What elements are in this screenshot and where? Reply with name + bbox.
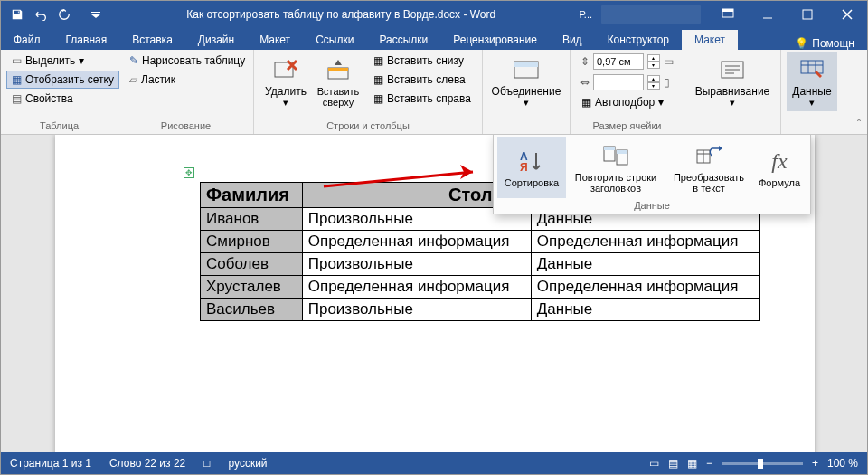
distribute-rows-icon[interactable]: ▭ (664, 55, 674, 68)
insert-left-icon: ▦ (373, 73, 383, 86)
row-height-input[interactable] (593, 53, 644, 70)
zoom-out-icon[interactable]: − (706, 457, 712, 470)
zoom-in-icon[interactable]: + (812, 457, 818, 470)
svg-rect-2 (803, 10, 812, 19)
insert-left-button[interactable]: ▦Вставить слева (368, 71, 476, 89)
tab-layout[interactable]: Макет (247, 30, 303, 50)
popup-group-label: Данные (497, 198, 807, 214)
grid-icon: ▦ (12, 73, 22, 86)
tab-insert[interactable]: Вставка (119, 30, 185, 50)
table-cell[interactable]: Определенная информация (531, 231, 760, 253)
data-button[interactable]: Данные▾ (787, 52, 837, 111)
properties-button[interactable]: ▤Свойства (6, 90, 119, 108)
tab-review[interactable]: Рецензирование (440, 30, 550, 50)
sort-button[interactable]: АЯ Сортировка (497, 137, 566, 198)
collapse-ribbon-icon[interactable]: ˄ (851, 50, 867, 134)
tell-me[interactable]: 💡Помощн (782, 37, 867, 50)
group-align (690, 129, 775, 134)
table-cell[interactable]: Данные (531, 299, 760, 321)
group-rows-cols: Строки и столбцы (259, 119, 476, 134)
zoom-slider[interactable] (722, 462, 803, 465)
group-table: Таблица (6, 119, 112, 134)
tab-references[interactable]: Ссылки (303, 30, 366, 50)
row-height[interactable]: ⇕ ▴▾ ▭ (576, 52, 678, 71)
lightbulb-icon: 💡 (795, 37, 808, 50)
group-draw: Рисование (124, 119, 248, 134)
width-icon: ⇔ (580, 76, 590, 89)
convert-icon (694, 141, 723, 170)
view-web-icon[interactable]: ▦ (687, 457, 697, 470)
ribbon-display-options[interactable]: Р... (571, 9, 601, 20)
merge-icon (512, 55, 541, 84)
ribbon-options-icon[interactable] (708, 1, 748, 28)
svg-rect-15 (617, 150, 627, 154)
redo-icon[interactable] (53, 4, 75, 25)
spin-up[interactable]: ▴ (647, 75, 660, 82)
group-data (787, 129, 837, 134)
save-icon[interactable] (6, 4, 28, 25)
height-icon: ⇕ (580, 55, 590, 68)
autofit-button[interactable]: ▦Автоподбор▾ (576, 93, 678, 111)
svg-rect-13 (604, 147, 615, 150)
insert-below-button[interactable]: ▦Вставить снизу (368, 52, 476, 70)
table-cell[interactable]: Смирнов (201, 231, 303, 253)
spin-up[interactable]: ▴ (647, 54, 660, 62)
tab-table-layout[interactable]: Макет (682, 30, 738, 50)
tab-view[interactable]: Вид (550, 30, 595, 50)
insert-above-button[interactable]: Вставить сверху (312, 52, 364, 111)
user-account[interactable] (601, 5, 701, 24)
qat-customize-icon[interactable] (85, 4, 107, 25)
col-width[interactable]: ⇔ ▴▾ ▯ (576, 72, 678, 92)
table-cell[interactable]: Определенная информация (302, 276, 531, 299)
tab-design[interactable]: Дизайн (185, 30, 247, 50)
spin-down[interactable]: ▾ (647, 82, 660, 90)
table-cell[interactable]: Соболев (201, 253, 303, 276)
eraser-button[interactable]: ▱Ластик (124, 71, 250, 89)
sort-icon: АЯ (517, 147, 546, 176)
merge-button[interactable]: Объединение▾ (488, 52, 564, 111)
col-width-input[interactable] (593, 74, 644, 90)
maximize-icon[interactable] (788, 1, 827, 28)
tab-home[interactable]: Главная (53, 30, 120, 50)
svg-rect-5 (328, 68, 348, 71)
minimize-icon[interactable] (748, 1, 788, 28)
tab-file[interactable]: Файл (1, 30, 53, 50)
draw-table-button[interactable]: ✎Нарисовать таблицу (124, 52, 250, 70)
status-page[interactable]: Страница 1 из 1 (10, 457, 91, 470)
properties-icon: ▤ (12, 92, 22, 105)
spin-down[interactable]: ▾ (647, 62, 660, 69)
insert-above-icon (324, 55, 353, 84)
repeat-header-rows-button[interactable]: Повторить строки заголовков (566, 137, 665, 198)
formula-button[interactable]: fx Формула (752, 137, 807, 198)
table-cell[interactable]: Хрусталев (201, 276, 303, 299)
view-print-icon[interactable]: ▤ (668, 457, 678, 470)
table-cell[interactable]: Определенная информация (531, 276, 760, 299)
zoom-level[interactable]: 100 % (827, 457, 858, 470)
tab-mailings[interactable]: Рассылки (366, 30, 440, 50)
status-spellcheck-icon[interactable]: □ (203, 457, 210, 470)
eraser-icon: ▱ (129, 73, 137, 86)
delete-button[interactable]: Удалить▾ (259, 52, 312, 111)
distribute-cols-icon[interactable]: ▯ (664, 76, 670, 89)
tab-table-constructor[interactable]: Конструктор (595, 30, 682, 50)
autofit-icon: ▦ (581, 96, 591, 109)
table-cell[interactable]: Данные (531, 253, 760, 276)
view-readmode-icon[interactable]: ▭ (649, 457, 659, 470)
alignment-button[interactable]: Выравнивание▾ (690, 52, 775, 111)
convert-to-text-button[interactable]: Преобразовать в текст (665, 137, 752, 198)
status-language[interactable]: русский (229, 457, 268, 470)
select-button[interactable]: ▭Выделить▾ (6, 52, 119, 70)
table-header[interactable]: Фамилия (201, 183, 303, 208)
table-cell[interactable]: Васильев (201, 299, 303, 321)
table-move-handle[interactable]: ✥ (184, 167, 194, 178)
view-gridlines-button[interactable]: ▦Отобразить сетку (6, 71, 119, 89)
table-cell[interactable]: Иванов (201, 208, 303, 231)
status-words[interactable]: Слово 22 из 22 (109, 457, 185, 470)
undo-icon[interactable] (30, 4, 52, 25)
close-icon[interactable] (827, 1, 867, 28)
table-cell[interactable]: Произвольные (302, 299, 531, 321)
svg-rect-9 (801, 61, 823, 73)
table-cell[interactable]: Произвольные (302, 253, 531, 276)
table-cell[interactable]: Определенная информация (302, 231, 531, 253)
insert-right-button[interactable]: ▦Вставить справа (368, 90, 476, 108)
